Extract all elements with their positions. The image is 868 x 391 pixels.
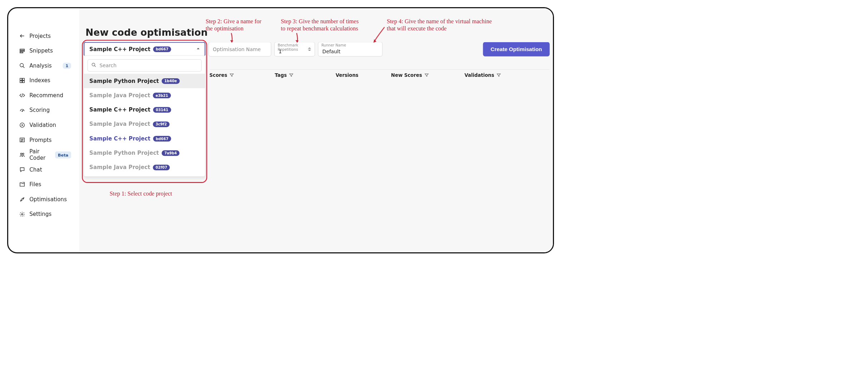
play-circle-icon <box>19 122 25 128</box>
runner-name-label: Runner Name <box>322 43 346 48</box>
svg-point-14 <box>92 63 95 66</box>
project-option[interactable]: Sample C++ Project bd667 <box>84 132 205 146</box>
project-option-hash: 1b40e <box>162 78 180 84</box>
number-stepper-icon[interactable] <box>308 47 313 51</box>
project-option-hash: bd667 <box>153 136 171 142</box>
project-option-hash: 3c9f2 <box>153 122 170 127</box>
sidebar-item-scoring[interactable]: Scoring <box>8 103 79 118</box>
analysis-count-badge: 1 <box>63 63 71 69</box>
optimisation-name-input[interactable]: Optimisation Name <box>209 42 271 56</box>
project-option-label: Sample C++ Project <box>89 135 151 142</box>
project-option[interactable]: Sample Java Project 02f07 <box>84 160 205 174</box>
sidebar-item-label: Indexes <box>29 77 50 84</box>
project-option-hash: 03141 <box>153 107 171 113</box>
beta-badge: Beta <box>55 151 71 158</box>
project-option-hash: 7a9b4 <box>162 150 180 156</box>
svg-point-13 <box>21 213 23 215</box>
project-option-hash: 02f07 <box>153 165 170 170</box>
svg-rect-1 <box>20 50 24 51</box>
header-new-scores[interactable]: New Scores <box>391 72 464 78</box>
sidebar-item-label: Prompts <box>29 137 52 143</box>
sidebar-item-label: Chat <box>29 167 42 173</box>
project-option-label: Sample C++ Project <box>89 107 151 113</box>
header-new-scores-label: New Scores <box>391 72 422 78</box>
runner-name-value: Default <box>322 49 340 54</box>
svg-rect-4 <box>20 78 22 80</box>
search-icon <box>19 63 25 69</box>
chevron-up-icon <box>196 47 200 52</box>
project-option-label: Sample Java Project <box>89 164 150 171</box>
chat-icon <box>19 167 25 173</box>
svg-point-12 <box>23 153 24 154</box>
runner-name-input[interactable]: Runner Name Default <box>318 42 382 56</box>
project-option[interactable]: Sample Python Project 7a9b4 <box>84 146 205 160</box>
project-select-label: Sample C++ Project <box>89 46 151 53</box>
header-versions-label: Versions <box>335 72 358 78</box>
project-option-label: Sample Java Project <box>89 92 150 99</box>
search-icon <box>91 63 96 68</box>
svg-rect-0 <box>20 49 24 50</box>
header-tags-label: Tags <box>275 72 287 78</box>
benchmark-repetitions-input[interactable]: Benchmark Repetitions 1 <box>274 42 315 56</box>
header-scores-label: Scores <box>210 72 227 78</box>
project-select[interactable]: Sample C++ Project bd667 <box>84 42 205 56</box>
sidebar-item-settings[interactable]: Settings <box>8 207 79 222</box>
sidebar-item-analysis[interactable]: Analysis 1 <box>8 58 79 73</box>
filter-icon <box>424 73 429 77</box>
snippets-icon <box>19 48 25 54</box>
sidebar-item-indexes[interactable]: Indexes <box>8 73 79 88</box>
project-dropdown-panel: Search Sample Python Project 1b40e Sampl… <box>84 55 205 177</box>
svg-rect-6 <box>20 81 22 83</box>
sidebar-item-validation[interactable]: Validation <box>8 118 79 133</box>
sidebar-item-label: Validation <box>29 122 56 128</box>
filter-icon <box>496 73 501 77</box>
prompts-icon <box>19 137 25 143</box>
sidebar-item-label: Optimisations <box>29 196 67 203</box>
optimisation-name-placeholder: Optimisation Name <box>213 46 261 52</box>
filter-icon <box>289 73 294 77</box>
project-option-hash: e3b21 <box>153 93 171 98</box>
sidebar-item-label: Analysis <box>29 63 52 69</box>
project-option-label: Sample Python Project <box>89 150 159 156</box>
sidebar-item-optimisations[interactable]: Optimisations <box>8 192 79 207</box>
project-option[interactable]: Sample Python Project 1b40e <box>84 74 205 88</box>
sidebar-item-label: Pair Coder <box>29 148 51 161</box>
results-header-row: Scores Tags Versions New Scores Validati… <box>210 69 550 80</box>
code-icon <box>19 92 25 99</box>
indexes-icon <box>19 77 25 84</box>
sidebar-item-files[interactable]: Files <box>8 177 79 192</box>
sidebar-item-label: Scoring <box>29 107 50 114</box>
svg-point-8 <box>22 111 23 112</box>
project-option[interactable]: Sample C++ Project 03141 <box>84 103 205 117</box>
page-title: New code optimisation <box>85 27 208 38</box>
svg-rect-5 <box>23 78 24 80</box>
project-option[interactable]: Sample Java Project e3b21 <box>84 88 205 103</box>
create-optimisation-button[interactable]: Create Optimisation <box>483 42 550 56</box>
sidebar-item-chat[interactable]: Chat <box>8 162 79 177</box>
header-validations[interactable]: Validations <box>465 72 521 78</box>
svg-rect-2 <box>20 52 23 53</box>
project-option-label: Sample Java Project <box>89 121 150 128</box>
sidebar-item-snippets[interactable]: Snippets <box>8 43 79 58</box>
sidebar-item-label: Recommend <box>29 92 63 99</box>
sidebar: Projects Snippets Analysis 1 Indexes <box>8 8 79 253</box>
gauge-icon <box>19 107 25 114</box>
sidebar-item-label: Projects <box>29 33 51 39</box>
sidebar-item-prompts[interactable]: Prompts <box>8 133 79 148</box>
arrow-left-icon <box>19 33 25 39</box>
project-option[interactable]: Sample Java Project 3c9f2 <box>84 117 205 131</box>
header-tags[interactable]: Tags <box>275 72 335 78</box>
sidebar-item-recommend[interactable]: Recommend <box>8 88 79 103</box>
pair-coder-icon <box>19 152 25 158</box>
project-search-placeholder: Search <box>99 63 117 68</box>
sidebar-item-projects[interactable]: Projects <box>8 29 79 44</box>
header-scores[interactable]: Scores <box>210 72 275 78</box>
svg-point-11 <box>20 153 22 154</box>
rocket-icon <box>19 196 25 203</box>
top-form-row: Sample C++ Project bd667 Optimisation Na… <box>84 42 550 56</box>
header-versions[interactable]: Versions <box>335 72 391 78</box>
main-panel: New code optimisation Sample C++ Project… <box>79 8 554 253</box>
files-icon <box>19 181 25 188</box>
project-search-input[interactable]: Search <box>88 59 202 71</box>
sidebar-item-pair-coder[interactable]: Pair Coder Beta <box>8 147 79 162</box>
